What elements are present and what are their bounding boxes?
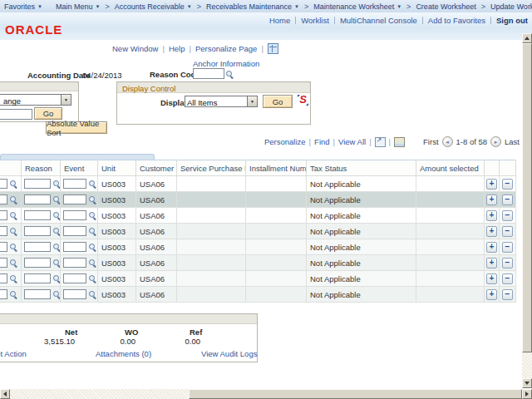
item-id-input[interactable] bbox=[0, 179, 7, 189]
reason-lookup-icon[interactable] bbox=[52, 227, 61, 236]
attachments-link[interactable]: Attachments (0) bbox=[96, 349, 151, 358]
reason-lookup-icon[interactable] bbox=[52, 195, 61, 204]
reason-lookup-icon[interactable] bbox=[52, 243, 61, 252]
delete-row-button[interactable]: − bbox=[502, 179, 513, 190]
event-input[interactable] bbox=[63, 289, 86, 299]
item-id-lookup-icon[interactable] bbox=[9, 227, 18, 236]
event-lookup-icon[interactable] bbox=[88, 211, 97, 220]
scroll-left-button[interactable] bbox=[0, 389, 10, 399]
breadcrumb-item-accounts-receivable[interactable]: Accounts Receivable bbox=[111, 2, 196, 11]
reason-input[interactable] bbox=[24, 226, 51, 236]
reason-code-input[interactable] bbox=[193, 68, 224, 79]
item-id-lookup-icon[interactable] bbox=[9, 195, 18, 204]
item-id-input[interactable] bbox=[0, 195, 7, 204]
item-id-lookup-icon[interactable] bbox=[9, 274, 18, 283]
reason-lookup-icon[interactable] bbox=[52, 274, 61, 283]
worklist-link[interactable]: Worklist bbox=[301, 16, 329, 25]
view-audit-logs-link[interactable]: View Audit Logs bbox=[201, 349, 257, 358]
add-row-button[interactable]: + bbox=[486, 226, 497, 237]
add-row-button[interactable]: + bbox=[486, 273, 497, 284]
home-link[interactable]: Home bbox=[269, 16, 290, 25]
anchor-information-link[interactable]: Anchor Information bbox=[193, 59, 259, 68]
scroll-up-button[interactable] bbox=[522, 33, 532, 43]
view-all-link[interactable]: View All bbox=[338, 137, 366, 146]
item-id-lookup-icon[interactable] bbox=[9, 290, 18, 299]
reason-lookup-icon[interactable] bbox=[52, 211, 61, 220]
vertical-scrollbar[interactable] bbox=[522, 33, 532, 388]
grid-tab[interactable] bbox=[0, 154, 155, 160]
download-to-excel-icon[interactable] bbox=[394, 137, 405, 147]
reason-input[interactable] bbox=[24, 258, 51, 268]
item-id-lookup-icon[interactable] bbox=[9, 243, 18, 252]
event-input[interactable] bbox=[63, 210, 86, 220]
absolute-value-sort-button[interactable]: Absolute Value Sort bbox=[46, 121, 107, 134]
event-lookup-icon[interactable] bbox=[88, 274, 97, 283]
event-input[interactable] bbox=[63, 273, 86, 283]
new-window-link[interactable]: New Window bbox=[112, 44, 158, 53]
personalize-link[interactable]: Personalize bbox=[264, 137, 306, 146]
previous-page-icon[interactable] bbox=[442, 136, 453, 147]
scroll-down-button[interactable] bbox=[522, 378, 532, 388]
item-id-input[interactable] bbox=[0, 289, 7, 299]
reason-input[interactable] bbox=[24, 195, 51, 204]
delete-row-button[interactable]: − bbox=[502, 226, 513, 237]
event-lookup-icon[interactable] bbox=[88, 243, 97, 252]
range-input[interactable] bbox=[0, 109, 32, 120]
breadcrumb-favorites[interactable]: Favorites bbox=[0, 2, 47, 11]
reason-input[interactable] bbox=[24, 289, 51, 299]
personalize-layout-icon[interactable] bbox=[268, 43, 278, 54]
breadcrumb-item-create-worksheet[interactable]: Create Worksheet bbox=[411, 2, 480, 11]
last-page-link[interactable]: Last bbox=[505, 137, 520, 146]
event-lookup-icon[interactable] bbox=[88, 180, 97, 189]
worksheet-action-link[interactable]: Worksheet Action bbox=[0, 349, 33, 359]
breadcrumb-item-update-worksheet[interactable]: Update Worksheet bbox=[486, 2, 532, 11]
popout-grid-icon[interactable] bbox=[375, 137, 386, 147]
add-row-button[interactable]: + bbox=[486, 210, 497, 221]
add-row-button[interactable]: + bbox=[486, 242, 497, 253]
display-select[interactable]: All Items bbox=[185, 96, 258, 107]
breadcrumb-main-menu[interactable]: Main Menu bbox=[52, 2, 104, 11]
reason-input[interactable] bbox=[24, 273, 51, 283]
delete-row-button[interactable]: − bbox=[502, 258, 513, 268]
reason-input[interactable] bbox=[24, 179, 51, 189]
event-input[interactable] bbox=[63, 179, 86, 189]
item-id-input[interactable] bbox=[0, 273, 7, 283]
event-input[interactable] bbox=[63, 242, 86, 252]
add-row-button[interactable]: + bbox=[486, 195, 497, 205]
reason-lookup-icon[interactable] bbox=[52, 180, 61, 189]
event-input[interactable] bbox=[63, 258, 86, 268]
item-id-lookup-icon[interactable] bbox=[9, 259, 18, 268]
range-select[interactable]: ange bbox=[0, 94, 71, 106]
event-lookup-icon[interactable] bbox=[88, 259, 97, 268]
item-id-lookup-icon[interactable] bbox=[9, 211, 18, 220]
reason-input[interactable] bbox=[24, 242, 51, 252]
sign-out-link[interactable]: Sign out bbox=[496, 16, 528, 25]
scroll-right-button[interactable] bbox=[522, 389, 532, 399]
reason-code-lookup-icon[interactable] bbox=[225, 70, 234, 79]
find-link[interactable]: Find bbox=[314, 137, 329, 146]
reason-lookup-icon[interactable] bbox=[52, 290, 61, 299]
currency-icon[interactable]: S bbox=[298, 94, 308, 106]
add-row-button[interactable]: + bbox=[486, 289, 497, 300]
first-page-link[interactable]: First bbox=[423, 137, 438, 146]
delete-row-button[interactable]: − bbox=[502, 242, 513, 253]
event-input[interactable] bbox=[63, 195, 86, 204]
add-to-favorites-link[interactable]: Add to Favorites bbox=[428, 16, 485, 25]
next-page-icon[interactable] bbox=[490, 136, 501, 147]
delete-row-button[interactable]: − bbox=[502, 289, 513, 300]
multichannel-console-link[interactable]: MultiChannel Console bbox=[340, 16, 417, 25]
item-id-input[interactable] bbox=[0, 210, 7, 220]
help-link[interactable]: Help bbox=[169, 44, 185, 53]
reason-lookup-icon[interactable] bbox=[52, 259, 61, 268]
item-id-input[interactable] bbox=[0, 258, 7, 268]
event-lookup-icon[interactable] bbox=[88, 195, 97, 204]
horizontal-scrollbar[interactable] bbox=[0, 389, 532, 399]
reason-input[interactable] bbox=[24, 210, 51, 220]
horizontal-scroll-thumb[interactable] bbox=[189, 389, 522, 399]
breadcrumb-item-maintenance-worksheet[interactable]: Maintenance Worksheet bbox=[309, 2, 406, 11]
delete-row-button[interactable]: − bbox=[502, 210, 513, 221]
vertical-scroll-thumb[interactable] bbox=[522, 43, 532, 352]
item-id-input[interactable] bbox=[0, 226, 7, 236]
event-lookup-icon[interactable] bbox=[88, 290, 97, 299]
delete-row-button[interactable]: − bbox=[502, 273, 513, 284]
